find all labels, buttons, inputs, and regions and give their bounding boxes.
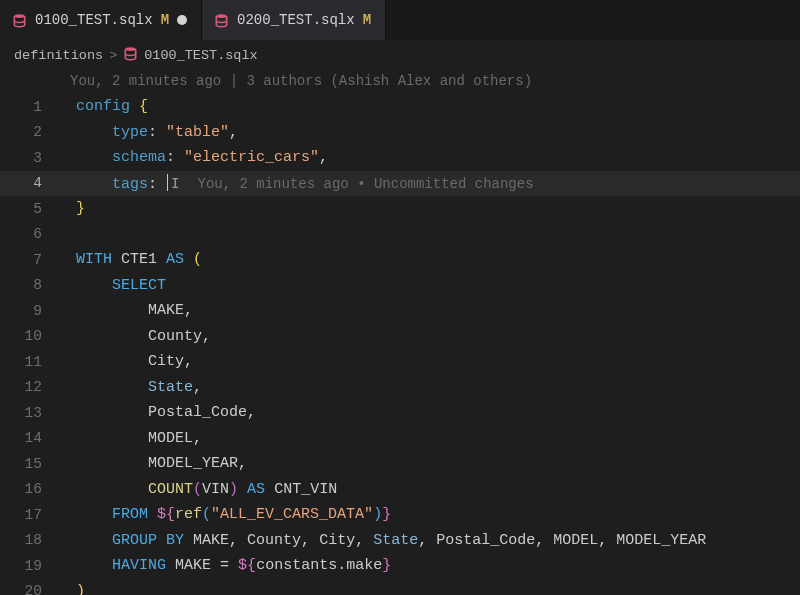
identifier: MAKE bbox=[175, 557, 211, 574]
tab-label: 0100_TEST.sqlx bbox=[35, 13, 153, 27]
code-line[interactable]: 1 config { bbox=[0, 94, 800, 120]
identifier: CTE1 bbox=[121, 251, 157, 268]
line-number: 15 bbox=[0, 457, 58, 472]
breadcrumb: definitions > 0100_TEST.sqlx bbox=[0, 40, 800, 69]
code-line[interactable]: 16 COUNT(VIN) AS CNT_VIN bbox=[0, 477, 800, 503]
keyword: GROUP BY bbox=[112, 532, 184, 549]
code-line[interactable]: 17 FROM ${ref("ALL_EV_CARS_DATA")} bbox=[0, 502, 800, 528]
breadcrumb-folder[interactable]: definitions bbox=[14, 49, 103, 63]
code-editor[interactable]: You, 2 minutes ago | 3 authors (Ashish A… bbox=[0, 69, 800, 596]
code-line[interactable]: 13 Postal_Code, bbox=[0, 400, 800, 426]
line-number: 14 bbox=[0, 431, 58, 446]
line-number: 12 bbox=[0, 380, 58, 395]
chevron-right-icon: > bbox=[109, 49, 117, 63]
paren: ) bbox=[76, 583, 85, 595]
database-icon bbox=[12, 13, 27, 28]
prop-key: type bbox=[112, 124, 148, 141]
tab-status: M bbox=[161, 13, 169, 27]
prop-key: tags bbox=[112, 176, 148, 193]
text bbox=[58, 98, 76, 115]
line-number: 9 bbox=[0, 304, 58, 319]
line-number: 4 bbox=[0, 176, 58, 191]
identifier: VIN bbox=[202, 481, 229, 498]
function: ref bbox=[175, 506, 202, 523]
interp-open: ${ bbox=[157, 506, 175, 523]
code-line[interactable]: 2 type: "table", bbox=[0, 120, 800, 146]
inline-blame: You, 2 minutes ago • Uncommitted changes bbox=[182, 176, 534, 192]
string-literal: "table" bbox=[166, 124, 229, 141]
operator: = bbox=[220, 557, 229, 574]
blame-header-row: You, 2 minutes ago | 3 authors (Ashish A… bbox=[0, 69, 800, 95]
code-line[interactable]: 5 } bbox=[0, 196, 800, 222]
paren: ) bbox=[229, 481, 238, 498]
code-line[interactable]: 11 City, bbox=[0, 349, 800, 375]
identifier: CNT_VIN bbox=[274, 481, 337, 498]
breadcrumb-file[interactable]: 0100_TEST.sqlx bbox=[144, 49, 257, 63]
keyword: HAVING bbox=[112, 557, 166, 574]
identifier: MAKE bbox=[148, 302, 184, 319]
code-line[interactable]: 7 WITH CTE1 AS ( bbox=[0, 247, 800, 273]
svg-point-2 bbox=[126, 47, 136, 51]
identifier: Postal_Code bbox=[148, 404, 247, 421]
brace-open: { bbox=[139, 98, 148, 115]
code-line[interactable]: 9 MAKE, bbox=[0, 298, 800, 324]
blame-header: You, 2 minutes ago | 3 authors (Ashish A… bbox=[58, 74, 532, 88]
code-line[interactable]: 14 MODEL, bbox=[0, 426, 800, 452]
svg-point-0 bbox=[14, 14, 24, 18]
line-number: 16 bbox=[0, 482, 58, 497]
tab-label: 0200_TEST.sqlx bbox=[237, 13, 355, 27]
line-number: 8 bbox=[0, 278, 58, 293]
function: COUNT bbox=[148, 481, 193, 498]
editor-tabs: 0100_TEST.sqlx M 0200_TEST.sqlx M bbox=[0, 0, 800, 40]
code-line[interactable]: 18 GROUP BY MAKE, County, City, State, P… bbox=[0, 528, 800, 554]
dirty-dot-icon bbox=[177, 15, 187, 25]
brace-close: } bbox=[76, 200, 85, 217]
code-line[interactable]: 19 HAVING MAKE = ${constants.make} bbox=[0, 553, 800, 579]
line-number: 11 bbox=[0, 355, 58, 370]
paren: ( bbox=[202, 506, 211, 523]
identifier: State bbox=[148, 379, 193, 396]
paren: ( bbox=[193, 251, 202, 268]
code-line[interactable]: 3 schema: "electric_cars", bbox=[0, 145, 800, 171]
keyword: AS bbox=[247, 481, 265, 498]
code-line[interactable]: 10 County, bbox=[0, 324, 800, 350]
code-line[interactable]: 8 SELECT bbox=[0, 273, 800, 299]
interp-open: ${ bbox=[238, 557, 256, 574]
code-line-current[interactable]: 4 tags: 𝙸You, 2 minutes ago • Uncommitte… bbox=[0, 171, 800, 197]
tab-status: M bbox=[363, 13, 371, 27]
line-number: 7 bbox=[0, 253, 58, 268]
text-cursor bbox=[167, 174, 168, 191]
code-line[interactable]: 6 bbox=[0, 222, 800, 248]
tab-0200-test[interactable]: 0200_TEST.sqlx M bbox=[202, 0, 386, 40]
database-icon bbox=[214, 13, 229, 28]
prop-key: schema bbox=[112, 149, 166, 166]
line-number: 10 bbox=[0, 329, 58, 344]
code-line[interactable]: 12 State, bbox=[0, 375, 800, 401]
code-line[interactable]: 20 ) bbox=[0, 579, 800, 596]
line-number: 19 bbox=[0, 559, 58, 574]
line-number: 20 bbox=[0, 584, 58, 595]
code-line[interactable]: 15 MODEL_YEAR, bbox=[0, 451, 800, 477]
identifier: County bbox=[148, 328, 202, 345]
line-number: 3 bbox=[0, 151, 58, 166]
line-number: 17 bbox=[0, 508, 58, 523]
tab-0100-test[interactable]: 0100_TEST.sqlx M bbox=[0, 0, 202, 40]
paren: ) bbox=[373, 506, 382, 523]
keyword: AS bbox=[166, 251, 184, 268]
identifier: MODEL_YEAR bbox=[148, 455, 238, 472]
keyword: WITH bbox=[76, 251, 112, 268]
interp-close: } bbox=[382, 557, 391, 574]
interp-close: } bbox=[382, 506, 391, 523]
config-keyword: config bbox=[76, 98, 130, 115]
identifier: make bbox=[346, 557, 382, 574]
svg-point-1 bbox=[216, 14, 226, 18]
string-literal: "ALL_EV_CARS_DATA" bbox=[211, 506, 373, 523]
i-beam-icon: 𝙸 bbox=[171, 176, 179, 192]
identifier: MODEL bbox=[148, 430, 193, 447]
paren: ( bbox=[193, 481, 202, 498]
string-literal: "electric_cars" bbox=[184, 149, 319, 166]
line-number: 13 bbox=[0, 406, 58, 421]
line-number: 2 bbox=[0, 125, 58, 140]
identifier: City bbox=[148, 353, 184, 370]
keyword: FROM bbox=[112, 506, 148, 523]
